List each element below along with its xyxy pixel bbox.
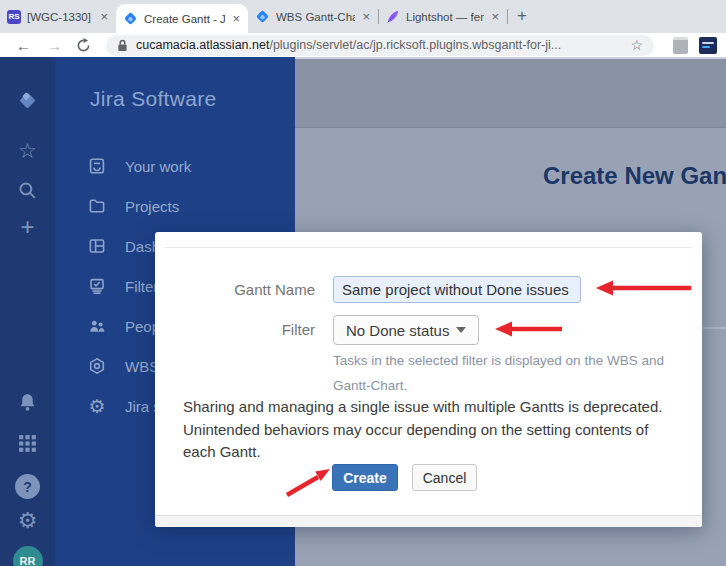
- tab-separator: [507, 9, 508, 24]
- browser-tab-strip: RS [WGC-1330] Can I × Create Gantt - Jir…: [0, 0, 726, 33]
- extension-icon[interactable]: [673, 37, 688, 54]
- jira-software-wordmark: Jira Software: [90, 87, 216, 111]
- filter-help-text: Tasks in the selected filter is displaye…: [333, 349, 705, 399]
- search-icon[interactable]: [0, 180, 55, 201]
- tab-close-icon[interactable]: ×: [361, 10, 371, 23]
- people-icon: [88, 317, 106, 335]
- reload-icon[interactable]: [76, 38, 91, 53]
- url-domain: cucamacia.atlassian.net: [136, 38, 269, 52]
- page-title: Create New Gantt: [543, 162, 726, 190]
- ricksoft-favicon-icon: RS: [7, 10, 21, 24]
- filters-icon: [88, 277, 106, 295]
- help-icon[interactable]: ?: [0, 474, 55, 499]
- bookmark-star-icon[interactable]: ☆: [630, 37, 643, 53]
- extension-icon[interactable]: [699, 37, 717, 54]
- filter-selected-value: No Done status: [346, 322, 450, 339]
- projects-folder-icon: [88, 197, 106, 215]
- dialog-header-divider: [165, 247, 692, 248]
- url-path: /plugins/servlet/ac/jp.ricksoft.plugins.…: [269, 38, 561, 52]
- chevron-down-icon: [456, 327, 466, 333]
- https-lock-icon[interactable]: [117, 39, 128, 52]
- notifications-bell-icon[interactable]: [0, 392, 55, 413]
- tab-title: Lightshot — ferrar: [406, 11, 484, 23]
- your-work-icon: [88, 157, 106, 175]
- tab-title: WBS Gantt-Chart -: [276, 11, 355, 23]
- tab-close-icon[interactable]: ×: [99, 10, 109, 23]
- jira-favicon-icon: [256, 10, 269, 23]
- filter-label: Filter: [155, 321, 315, 338]
- new-tab-button[interactable]: +: [517, 6, 527, 26]
- profile-avatar[interactable]: RR: [0, 546, 55, 566]
- url-bar[interactable]: cucamacia.atlassian.net /plugins/servlet…: [106, 35, 654, 56]
- browser-tab-wgc[interactable]: RS [WGC-1330] Can I ×: [0, 0, 116, 33]
- jira-favicon-icon: [124, 12, 137, 25]
- screenshot-root: RS [WGC-1330] Can I × Create Gantt - Jir…: [0, 0, 726, 566]
- tab-title: [WGC-1330] Can I: [27, 11, 93, 23]
- settings-gear-icon[interactable]: ⚙: [0, 508, 55, 534]
- lightshot-feather-icon: [386, 10, 400, 24]
- create-gantt-dialog: Gantt Name Filter No Done status Tasks i…: [155, 232, 702, 527]
- cancel-button[interactable]: Cancel: [412, 464, 477, 491]
- tab-title: Create Gantt - Jira: [144, 13, 225, 25]
- dialog-footer: [155, 515, 702, 527]
- sidebar-item-label: Your work: [125, 158, 191, 175]
- background-divider: [700, 327, 726, 329]
- create-plus-icon[interactable]: +: [0, 213, 55, 241]
- sidebar-item-your-work[interactable]: Your work: [55, 146, 295, 186]
- filter-dropdown[interactable]: No Done status: [333, 315, 479, 345]
- settings-gear-icon: ⚙: [88, 395, 106, 418]
- browser-tab-wbs-gantt[interactable]: WBS Gantt-Chart - ×: [248, 0, 378, 33]
- tab-close-icon[interactable]: ×: [490, 10, 500, 23]
- jira-logo-icon[interactable]: [0, 88, 55, 113]
- back-icon[interactable]: ←: [16, 37, 31, 54]
- sidebar-item-projects[interactable]: Projects: [55, 186, 295, 226]
- dashboards-icon: [88, 237, 106, 255]
- gantt-name-input[interactable]: [333, 276, 581, 303]
- page-header-band: [295, 59, 726, 128]
- jira-nav-rail: ☆ +: [0, 57, 55, 566]
- create-button[interactable]: Create: [332, 464, 398, 491]
- gantt-name-label: Gantt Name: [155, 281, 315, 298]
- starred-icon[interactable]: ☆: [0, 139, 55, 163]
- wbs-app-icon: [88, 357, 106, 375]
- browser-address-bar: ← → cucamacia.atlassian.net /plugins/ser…: [0, 33, 726, 57]
- deprecation-warning-text: Sharing and managing a single issue with…: [183, 396, 680, 464]
- browser-tab-create-gantt[interactable]: Create Gantt - Jira ×: [116, 4, 248, 33]
- forward-icon[interactable]: →: [47, 37, 62, 54]
- tab-close-icon[interactable]: ×: [231, 12, 241, 25]
- sidebar-item-label: Projects: [125, 198, 179, 215]
- app-switcher-grid-icon[interactable]: [0, 433, 55, 454]
- browser-tab-lightshot[interactable]: Lightshot — ferrar ×: [379, 0, 507, 33]
